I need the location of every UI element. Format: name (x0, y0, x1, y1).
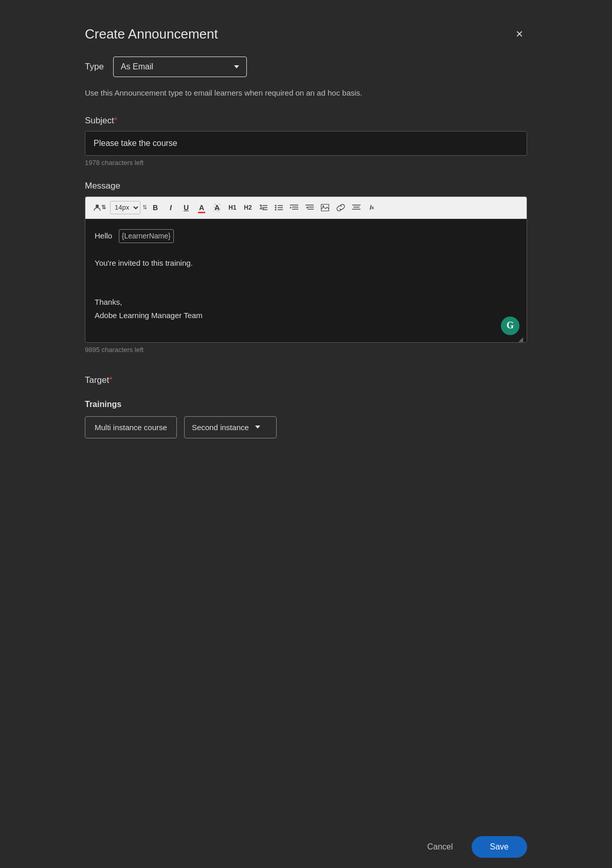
editor-body[interactable]: Hello {LearnerName} You're invited to th… (85, 219, 527, 342)
font-size-updown-icon: ⇅ (142, 204, 147, 211)
ordered-list-button[interactable]: 1. (257, 201, 270, 214)
editor-signature-line1: Thanks, (95, 296, 517, 309)
cancel-button[interactable]: Cancel (419, 837, 461, 857)
subject-required-indicator: * (114, 116, 118, 125)
svg-point-0 (96, 205, 99, 208)
target-section: Target* Trainings Multi instance course … (85, 375, 527, 438)
create-announcement-modal: Create Announcement × Type As Email Use … (69, 10, 543, 868)
target-label: Target* (85, 375, 527, 385)
close-button[interactable]: × (512, 26, 527, 42)
message-char-count: 9895 characters left (85, 346, 527, 354)
type-select-value: As Email (121, 62, 153, 71)
trainings-label: Trainings (85, 400, 527, 409)
grammarly-button[interactable]: G (501, 317, 519, 335)
italic-button[interactable]: I (164, 201, 177, 214)
subject-label: Subject* (85, 116, 527, 126)
updown-icon: ⇅ (101, 204, 105, 211)
indent-increase-button[interactable] (287, 201, 301, 214)
font-bg-button[interactable]: A (210, 201, 224, 214)
trainings-row: Multi instance course Second instance (85, 416, 527, 438)
bold-button[interactable]: B (149, 201, 162, 214)
modal-header: Create Announcement × (85, 26, 527, 42)
indent-decrease-button[interactable] (303, 201, 316, 214)
font-color-button[interactable]: A (195, 201, 208, 214)
svg-point-20 (322, 205, 324, 207)
link-button[interactable] (334, 201, 348, 214)
image-button[interactable] (318, 201, 332, 214)
svg-point-5 (275, 205, 277, 206)
instance-chevron-down-icon (255, 426, 260, 429)
modal-title: Create Announcement (85, 26, 218, 42)
course-tag: Multi instance course (85, 416, 177, 438)
type-select[interactable]: As Email (113, 57, 247, 77)
h2-button[interactable]: H2 (241, 201, 255, 214)
editor-signature-line2: Adobe Learning Manager Team (95, 309, 517, 322)
grammarly-icon: G (507, 320, 514, 331)
font-size-select[interactable]: 14px 12px 16px 18px 20px (110, 201, 140, 214)
instance-select-value: Second instance (192, 423, 249, 432)
footer-actions: Cancel Save (85, 805, 527, 858)
type-label: Type (85, 62, 104, 72)
unordered-list-button[interactable] (272, 201, 285, 214)
svg-marker-18 (306, 207, 308, 209)
align-button[interactable] (350, 201, 363, 214)
instance-select[interactable]: Second instance (184, 416, 277, 438)
save-button[interactable]: Save (472, 836, 527, 858)
underline-button[interactable]: U (179, 201, 193, 214)
h1-button[interactable]: H1 (226, 201, 239, 214)
type-row: Type As Email (85, 57, 527, 77)
target-required-indicator: * (109, 375, 113, 385)
svg-point-7 (275, 209, 277, 210)
font-color-underline (198, 212, 205, 213)
message-label: Message (85, 181, 527, 191)
subject-input[interactable] (85, 131, 527, 156)
svg-marker-14 (290, 207, 292, 209)
editor-body-line1: You're invited to this training. (95, 256, 517, 270)
editor-greeting-line: Hello {LearnerName} (95, 229, 517, 244)
chevron-down-icon (234, 65, 239, 68)
svg-point-6 (275, 207, 277, 208)
greeting-text: Hello (95, 231, 112, 240)
subject-char-count: 1978 characters left (85, 159, 527, 167)
person-icon-button[interactable]: ⇅ (91, 201, 108, 214)
resize-handle[interactable]: ◢ (518, 334, 526, 341)
learner-name-tag: {LearnerName} (119, 229, 174, 244)
editor-toolbar: ⇅ 14px 12px 16px 18px 20px ⇅ B I U A (85, 197, 527, 219)
clear-format-button[interactable]: Ix (365, 201, 379, 214)
message-editor: ⇅ 14px 12px 16px 18px 20px ⇅ B I U A (85, 196, 527, 343)
description-text: Use this Announcement type to email lear… (85, 87, 527, 99)
